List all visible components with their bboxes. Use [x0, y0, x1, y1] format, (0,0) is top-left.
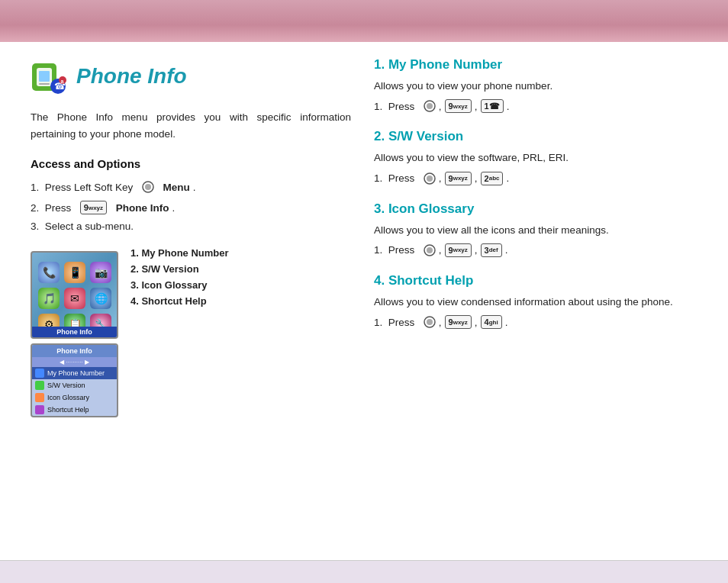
right-column: 1. My Phone Number Allows you to view yo…: [374, 57, 697, 417]
softkey-icon-s2: [424, 171, 436, 186]
section-sw-version: 2. S/W Version Allows you to view the so…: [374, 129, 697, 185]
main-content: ☎ a Phone Info The Phone Info menu provi…: [0, 42, 728, 433]
icon-2: 📱: [64, 262, 85, 283]
section-icon-glossary: 3. Icon Glossary Allows you to view all …: [374, 201, 697, 258]
section-2-title: 2. S/W Version: [374, 129, 697, 144]
access-steps: 1. Press Left Soft Key Menu. 2. Press 9w…: [31, 179, 351, 232]
key-1-s1: 1☎: [481, 99, 504, 113]
sub-item-4: 4. Shortcut Help: [130, 295, 229, 307]
section-2-desc: Allows you to view the software, PRL, ER…: [374, 150, 697, 166]
sub-items-list: 1. My Phone Number 2. S/W Version 3. Ico…: [130, 247, 229, 417]
key-4-s4: 4ghi: [481, 315, 502, 329]
phone-screen-2: Phone Info ◀ ·········· ▶ My Phone Numbe…: [31, 343, 118, 417]
section-2-step: 1. Press , 9wxyz , 2abc .: [374, 171, 697, 186]
key-9wxyz-s3: 9wxyz: [445, 243, 472, 257]
bottom-bar: [0, 560, 728, 583]
icon-4: 🎵: [38, 288, 60, 309]
access-heading: Access and Options: [31, 157, 351, 170]
svg-point-9: [145, 184, 151, 190]
key-2-s2: 2abc: [481, 172, 504, 185]
key-9wxyz-s4: 9wxyz: [445, 315, 472, 329]
icon-3: 📷: [90, 262, 111, 283]
sub-item-3: 3. Icon Glossary: [130, 279, 229, 291]
sub-item-2: 2. S/W Version: [130, 263, 229, 275]
key-3-s3: 3def: [481, 243, 502, 257]
step-1: 1. Press Left Soft Key Menu.: [31, 179, 351, 195]
left-column: ☎ a Phone Info The Phone Info menu provi…: [31, 57, 351, 417]
icon-6: 🌐: [90, 288, 111, 309]
svg-text:a: a: [61, 79, 64, 84]
svg-rect-3: [39, 83, 50, 85]
svg-point-17: [427, 319, 433, 325]
svg-rect-2: [39, 71, 50, 82]
screen-label-1: Phone Info: [32, 327, 117, 337]
svg-point-13: [427, 176, 433, 182]
menu-item-4: Shortcut Help: [32, 404, 117, 416]
sub-list-area: 📞 📱 📷 🎵 ✉ 🌐 ⚙ 📋 🔧 Phone Info: [31, 247, 351, 417]
key-9wxyz-s2: 9wxyz: [445, 172, 472, 185]
phone-screen-1: 📞 📱 📷 🎵 ✉ 🌐 ⚙ 📋 🔧 Phone Info: [31, 251, 118, 339]
top-banner: [0, 0, 728, 42]
section-shortcut-help: 4. Shortcut Help Allows you to view cond…: [374, 273, 697, 330]
softkey-icon: [142, 179, 154, 195]
section-4-desc: Allows you to view condensed information…: [374, 295, 697, 310]
svg-point-15: [427, 247, 433, 253]
section-1-desc: Allows you to view your phone number.: [374, 79, 697, 94]
softkey-icon-s4: [424, 314, 436, 330]
key-9wxyz-s1: 9wxyz: [445, 99, 472, 113]
icon-5: ✉: [64, 288, 85, 309]
phone-info-icon: ☎ a: [31, 57, 69, 95]
svg-point-11: [427, 103, 433, 109]
section-my-phone-number: 1. My Phone Number Allows you to view yo…: [374, 57, 697, 114]
menu-item-3: Icon Glossary: [32, 391, 117, 404]
menu-item-2: S/W Version: [32, 379, 117, 391]
section-3-title: 3. Icon Glossary: [374, 201, 697, 217]
section-1-step: 1. Press , 9wxyz , 1☎ .: [374, 98, 697, 114]
step-2: 2. Press 9wxyz Phone Info.: [31, 201, 351, 214]
section-3-desc: Allows you to view all the icons and the…: [374, 223, 697, 238]
title-area: ☎ a Phone Info: [31, 57, 351, 95]
softkey-icon-s1: [424, 98, 436, 114]
section-1-title: 1. My Phone Number: [374, 57, 697, 72]
phone-screenshots: 📞 📱 📷 🎵 ✉ 🌐 ⚙ 📋 🔧 Phone Info: [31, 251, 118, 417]
intro-paragraph: The Phone Info menu provides you with sp…: [31, 109, 351, 142]
step-3: 3. Select a sub-menu.: [31, 221, 351, 232]
sub-item-1: 1. My Phone Number: [130, 247, 229, 259]
page-title: Phone Info: [76, 64, 187, 89]
section-4-step: 1. Press , 9wxyz , 4ghi .: [374, 314, 697, 330]
9wxyz-key: 9wxyz: [80, 201, 107, 214]
softkey-icon-s3: [424, 243, 436, 258]
section-3-step: 1. Press , 9wxyz , 3def .: [374, 243, 697, 258]
screen-2-nav: ◀ ·········· ▶: [32, 357, 117, 367]
menu-item-1: My Phone Number: [32, 367, 117, 379]
icon-1: 📞: [38, 262, 60, 283]
screen-2-title: Phone Info: [32, 345, 117, 357]
section-4-title: 4. Shortcut Help: [374, 273, 697, 288]
